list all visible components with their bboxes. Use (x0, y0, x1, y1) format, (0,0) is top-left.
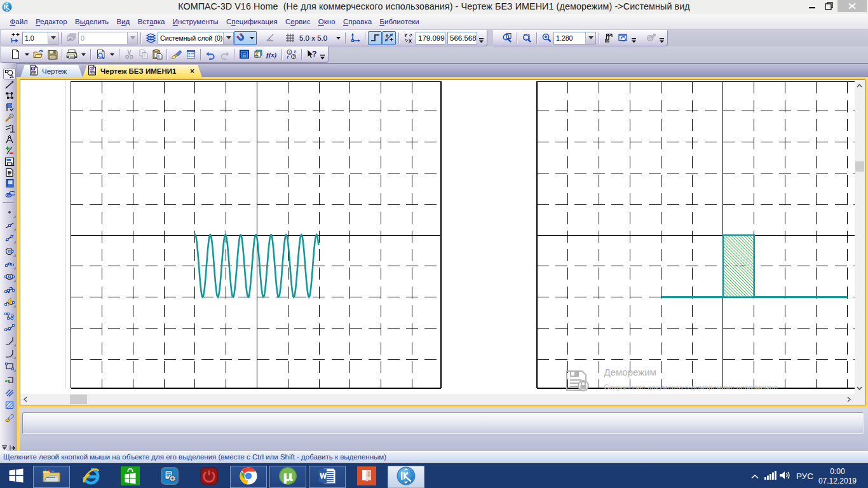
marker-button[interactable] (644, 31, 658, 45)
dropdown-arrow[interactable] (334, 31, 342, 45)
rounding-button[interactable] (382, 31, 396, 45)
menu-Вставка[interactable]: Вставка (133, 14, 168, 29)
panel-designations[interactable] (3, 90, 16, 101)
taskbar-chrome-button[interactable] (230, 466, 267, 488)
tool-styles-brush[interactable] (3, 412, 16, 423)
tool-contour[interactable] (3, 374, 16, 385)
menu-Редактор[interactable]: Редактор (32, 14, 71, 29)
layer-combo-arrow[interactable] (223, 32, 233, 44)
menu-Файл[interactable]: Файл (6, 14, 32, 29)
close-button[interactable] (837, 0, 867, 12)
zoom-combo-arrow[interactable] (585, 32, 595, 44)
renumber-button[interactable]: 12 (285, 48, 299, 62)
undo-button[interactable] (203, 48, 217, 62)
paste-button[interactable] (150, 48, 164, 62)
taskbar-kompas[interactable] (386, 464, 426, 488)
menu-Сервис[interactable]: Сервис (281, 14, 315, 29)
snap-step-button[interactable] (8, 31, 22, 45)
tool-bezier[interactable] (3, 297, 16, 308)
panel-dimensions[interactable] (3, 79, 16, 90)
properties-button[interactable] (184, 48, 198, 62)
panel-measurements[interactable] (3, 134, 16, 145)
taskbar-reference[interactable] (347, 464, 386, 488)
show-all-button[interactable] (602, 31, 616, 45)
variables-button[interactable]: ? (251, 48, 265, 62)
coord-y-input[interactable]: 566.568 (447, 32, 477, 44)
menu-grip[interactable] (3, 17, 6, 27)
toolbar-options-arrow[interactable] (658, 31, 665, 45)
functions-button[interactable]: f(x) (265, 48, 279, 62)
panel-selection[interactable] (3, 145, 16, 156)
tray-chevron-up-icon[interactable] (750, 471, 759, 482)
snaps-button-dropdown[interactable] (248, 31, 257, 45)
volume-icon[interactable] (779, 470, 792, 483)
cut-button[interactable] (122, 48, 136, 62)
layers-button[interactable] (144, 31, 158, 45)
refresh-button[interactable] (616, 31, 630, 45)
panel-expand-icon[interactable] (10, 442, 16, 450)
redo-button[interactable] (217, 48, 231, 62)
layer-copy-combo[interactable]: 0 (78, 32, 138, 44)
snap-step-combo-arrow[interactable] (48, 32, 58, 44)
zoom-in-button[interactable] (539, 31, 553, 45)
panel-text[interactable] (3, 178, 16, 189)
menu-Инструменты[interactable]: Инструменты (169, 14, 222, 29)
scroll-down-button[interactable] (855, 383, 865, 394)
panel-reports[interactable] (3, 156, 16, 167)
network-icon[interactable] (764, 470, 777, 483)
tool-chamfer[interactable] (3, 336, 16, 346)
taskbar-internet-explorer[interactable] (71, 464, 111, 488)
panel-editing[interactable] (3, 112, 16, 123)
angle-snap-button[interactable] (262, 31, 276, 45)
taskbar-kompas-button[interactable] (388, 466, 424, 488)
snap-step-combo[interactable]: 1.0 (22, 32, 58, 44)
tab-close-icon[interactable]: × (190, 67, 194, 76)
tool-circle[interactable] (3, 246, 16, 257)
dropdown-arrow[interactable] (107, 48, 116, 62)
tool-curve[interactable] (3, 323, 16, 334)
vertical-scroll-thumb[interactable] (855, 161, 864, 172)
panel-insertions[interactable] (3, 102, 16, 112)
tool-spline[interactable] (3, 284, 16, 295)
compact-panel-grip[interactable] (4, 64, 12, 67)
panel-geometry[interactable] (3, 69, 16, 79)
ortho-button[interactable] (368, 31, 382, 45)
toolbar-options-arrow[interactable] (477, 31, 485, 45)
tool-fillet[interactable] (3, 348, 16, 359)
menu-Выделить[interactable]: Выделить (71, 14, 112, 29)
toolbar-grip[interactable] (3, 32, 6, 44)
copy-button[interactable] (136, 48, 150, 62)
taskbar-admin-tool[interactable] (150, 464, 189, 488)
tab-Чертеж[interactable]: Чертеж (20, 65, 83, 78)
save-button[interactable] (45, 48, 59, 62)
preview-button[interactable] (93, 48, 107, 62)
clock[interactable]: 0:00 07.12.2019 (818, 467, 857, 486)
tool-polyline[interactable] (3, 310, 16, 321)
layer-copy-combo-arrow[interactable] (127, 32, 137, 44)
taskbar-utorrent-button[interactable]: µ (269, 466, 306, 488)
taskbar-store[interactable] (111, 464, 150, 488)
layer-copy-button[interactable] (64, 31, 78, 45)
local-cs-button[interactable] (348, 31, 362, 45)
taskbar-power[interactable] (189, 464, 229, 488)
toolbar-grip[interactable] (3, 49, 6, 60)
dropdown-arrow[interactable] (22, 48, 31, 62)
start-button[interactable] (0, 464, 32, 488)
panel-collapse-icon[interactable] (1, 442, 8, 450)
new-document-button[interactable] (8, 48, 22, 62)
taskbar-explorer[interactable] (32, 464, 71, 488)
menu-Окно[interactable]: Окно (315, 14, 339, 29)
document-manager-button[interactable] (237, 48, 251, 62)
vertical-scrollbar[interactable] (855, 80, 865, 394)
taskbar-word-button[interactable] (309, 466, 346, 488)
dropdown-arrow[interactable] (79, 48, 88, 62)
tool-hatch-lines[interactable] (3, 387, 16, 398)
drawing-canvas[interactable]: Деморежим Сохранение документа в демореж… (20, 79, 865, 405)
tool-segment[interactable] (3, 220, 16, 231)
menu-Спецификация[interactable]: Спецификация (222, 14, 281, 29)
toolbar-grip[interactable] (638, 32, 641, 44)
layer-combo[interactable]: Системный слой (0) (158, 32, 234, 44)
zoom-combo[interactable]: 1.280 (553, 32, 596, 44)
zoom-rect-button[interactable] (520, 31, 534, 45)
toolbar-options-arrow[interactable] (318, 48, 326, 62)
